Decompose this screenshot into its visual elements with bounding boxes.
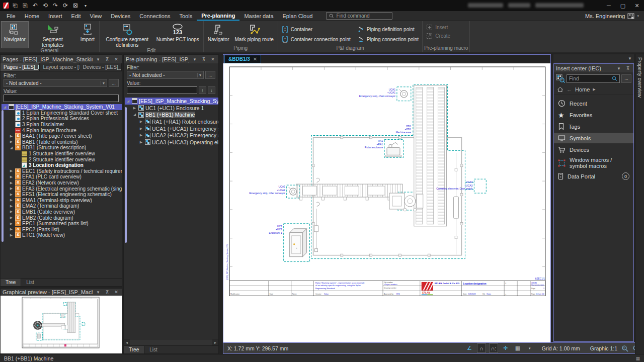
filter-select[interactable]: - Not activated -▾: [127, 71, 204, 79]
insert-item-tags[interactable]: Tags: [554, 121, 633, 132]
pages-panel-header[interactable]: Pages - [EES]_ISP_Machine_Stacking_Syste…: [1, 55, 122, 63]
open-page-icon[interactable]: ⎘: [21, 2, 29, 9]
minimize-button[interactable]: ─: [602, 0, 616, 11]
editor-tab[interactable]: &BDB1/3 ✕: [224, 55, 261, 63]
tab-devices[interactable]: Devices - [EES]_ISP_...: [80, 63, 122, 71]
tree-item[interactable]: ▶UC1 (+UC1) Enclosure 1: [125, 105, 218, 112]
insert-item-window-macros[interactable]: Window macros / symbol macros: [554, 156, 633, 170]
import-button[interactable]: Import: [77, 22, 98, 48]
collapsed-arrow-icon[interactable]: ▶: [9, 216, 14, 220]
piping-connection-point-button[interactable]: Piping connection point: [356, 34, 421, 44]
tree-item[interactable]: ◢[EES]_ISP_Machine_Stacking_System_V01: [2, 104, 122, 110]
preview-panel-header[interactable]: Graphical preview - [EES]_ISP_Machine_St…: [1, 289, 122, 296]
tree-item[interactable]: ▶EFA3 (Electrical engineering schematic …: [2, 186, 122, 192]
close-icon[interactable]: ✕: [113, 290, 120, 295]
menu-edit[interactable]: Edit: [67, 11, 86, 21]
tab-pages[interactable]: Pages - [EES]_ISP_...: [1, 63, 40, 71]
segment-templates-button[interactable]: Segment templates: [29, 22, 77, 48]
tree-item[interactable]: ▶ETC1 (Model view): [2, 232, 122, 238]
user-dropdown-icon[interactable]: ▾: [637, 14, 639, 18]
slope-tool-icon[interactable]: ∠: [465, 344, 473, 352]
find-more-button[interactable]: ...: [621, 74, 631, 83]
pin-icon[interactable]: ⊼: [104, 290, 111, 295]
preview-canvas[interactable]: [1, 296, 122, 353]
menu-tools[interactable]: Tools: [175, 11, 197, 21]
menu-insert[interactable]: Insert: [44, 11, 67, 21]
panel-menu-icon[interactable]: ▾: [95, 290, 102, 295]
expanded-arrow-icon[interactable]: ◢: [3, 105, 7, 109]
tree-item[interactable]: ◢BB1 (+BB1) Machine: [125, 111, 218, 118]
collapsed-arrow-icon[interactable]: ▶: [9, 210, 14, 214]
grid-display-icon[interactable]: ▦: [514, 344, 522, 352]
collapsed-arrow-icon[interactable]: ▶: [9, 222, 14, 226]
panel-menu-icon[interactable]: ▾: [615, 66, 622, 71]
piping-navigator-button[interactable]: Navigator: [205, 22, 232, 45]
expanded-arrow-icon[interactable]: ◢: [126, 99, 130, 103]
tree-item[interactable]: 1 Eplan Engineering Standard Cover sheet: [2, 110, 122, 116]
number-pct-loops-button[interactable]: 123 Number PCT loops: [154, 22, 202, 48]
tree-item[interactable]: ▶UCA1 (+UCA1) Emergency stop, chain conv…: [125, 125, 218, 132]
tree-item[interactable]: 2 Structure identifier overview: [2, 156, 122, 162]
value-input[interactable]: [4, 95, 119, 102]
tree-item[interactable]: ▶EMA1 (Terminal-strip overview): [2, 198, 122, 204]
expanded-arrow-icon[interactable]: ◢: [9, 146, 14, 150]
insert-find-input[interactable]: Find: [567, 74, 620, 83]
drawing-canvas[interactable]: UCA1 +UCA1 Emergency stop, chain conveyo…: [223, 63, 550, 342]
insert-item-data-portal[interactable]: Data Portal 0: [554, 171, 633, 182]
scrollbar-thumb[interactable]: [2, 110, 4, 242]
menu-pre-planning[interactable]: Pre-planning: [197, 11, 239, 21]
configure-segment-definitions-button[interactable]: Configure segment definitions: [101, 22, 153, 48]
panel-menu-icon[interactable]: ▾: [191, 57, 198, 62]
snap-icon[interactable]: ∩: [477, 344, 486, 352]
collapsed-arrow-icon[interactable]: ▶: [139, 120, 143, 124]
insert-item-devices[interactable]: Devices: [554, 144, 633, 155]
tree-item[interactable]: 2 Eplan Professional Services: [2, 116, 122, 122]
collapsed-arrow-icon[interactable]: ▶: [139, 140, 143, 144]
tab-layout-space[interactable]: Layout space - [EES...: [40, 63, 79, 71]
redo-history-icon[interactable]: ⟳: [61, 2, 69, 9]
property-overview-tab[interactable]: Property overview: [635, 54, 644, 101]
snap-points-icon[interactable]: ∩:: [490, 344, 498, 352]
tree-item[interactable]: ▶UCA2 (+UCA2) Emergency stop, roller con…: [125, 132, 218, 139]
collapsed-arrow-icon[interactable]: ▶: [139, 133, 143, 137]
find-command-input[interactable]: Find command: [326, 12, 392, 20]
menu-file[interactable]: File: [2, 11, 20, 21]
maximize-button[interactable]: ▢: [616, 0, 630, 11]
scrollbar-thumb[interactable]: [125, 107, 127, 243]
filter-more-button[interactable]: ...: [109, 79, 119, 87]
search-down-button[interactable]: ↓: [208, 86, 215, 94]
collapsed-arrow-icon[interactable]: ▶: [9, 140, 14, 144]
breadcrumb[interactable]: Home: [575, 86, 590, 93]
menu-connections[interactable]: Connections: [135, 11, 175, 21]
tree-item[interactable]: ▶BAB1 (Table of contents): [2, 139, 122, 145]
crosshair-icon[interactable]: ✛: [502, 344, 510, 352]
pin-icon[interactable]: ⊼: [200, 57, 207, 62]
close-icon[interactable]: ✕: [113, 57, 120, 62]
insert-item-recent[interactable]: Recent: [554, 98, 633, 109]
tab-list-dropdown-icon[interactable]: ▼: [628, 56, 632, 61]
tree-item[interactable]: ▶EMB1 (Cable overview): [2, 209, 122, 215]
tree-item[interactable]: ▶RA1 (+RA1) Robot enclosure: [125, 118, 218, 125]
menu-view[interactable]: View: [86, 11, 107, 21]
undo-history-icon[interactable]: ⟲: [41, 2, 49, 9]
collapsed-arrow-icon[interactable]: ▶: [9, 175, 14, 179]
search-up-button[interactable]: ↑: [199, 86, 206, 94]
tree-item[interactable]: ▶EMA2 (Terminal diagram): [2, 203, 122, 209]
tree-item[interactable]: ▶EFA2 (Network overview): [2, 180, 122, 186]
collapsed-arrow-icon[interactable]: ▶: [9, 187, 14, 191]
close-button[interactable]: ✕: [630, 0, 644, 11]
home-icon[interactable]: [557, 86, 564, 93]
menu-devices[interactable]: Devices: [106, 11, 135, 21]
container-button[interactable]: Container: [280, 24, 353, 34]
container-connection-point-button[interactable]: Container connection point: [280, 34, 353, 44]
macro-create-button[interactable]: Create: [424, 33, 452, 39]
menu-eplan-cloud[interactable]: Eplan Cloud: [278, 11, 317, 21]
horizontal-scrollbar[interactable]: ◂ ▸: [124, 339, 218, 345]
panel-menu-icon[interactable]: ▾: [95, 57, 102, 62]
insert-item-symbols[interactable]: Symbols: [554, 133, 633, 143]
macro-insert-button[interactable]: Insert: [424, 24, 452, 31]
collapsed-arrow-icon[interactable]: ▶: [9, 181, 14, 185]
collapsed-arrow-icon[interactable]: ▶: [9, 204, 14, 208]
collapsed-arrow-icon[interactable]: ▶: [132, 106, 137, 110]
tree-item[interactable]: 3 Eplan Disclaimer: [2, 122, 122, 128]
